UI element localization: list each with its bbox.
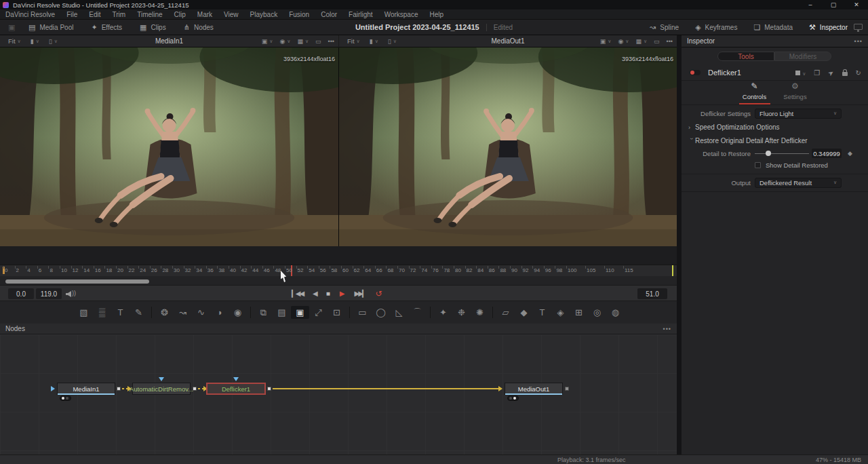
menu-file[interactable]: File <box>66 11 77 18</box>
node-graph[interactable]: MediaIn1 AutomaticDirtRemov... Deflicker… <box>0 334 678 455</box>
node-mediaout1[interactable]: MediaOut1 <box>505 383 563 395</box>
close-button[interactable]: ✕ <box>845 0 868 9</box>
current-frame-field[interactable]: 51.0 <box>637 288 667 299</box>
interface-toggle-icon[interactable]: ▣ <box>8 23 15 32</box>
polygon-mask-icon[interactable]: ◺ <box>390 307 408 317</box>
stop-button[interactable]: ■ <box>326 290 330 297</box>
timeline-ruler[interactable]: 0246810121416182022242628303234363840424… <box>0 265 678 276</box>
lock-icon[interactable] <box>842 72 848 76</box>
left-viewer-guides-dropdown[interactable]: ▦ ∨ <box>297 38 309 45</box>
node-deflicker1[interactable]: Deflicker1 <box>206 383 266 395</box>
deflicker-settings-dropdown[interactable]: Fluoro Light ∨ <box>755 109 842 119</box>
media-pool-button[interactable]: ▤Media Pool <box>28 23 73 32</box>
reset-icon[interactable]: ↻ <box>856 69 861 77</box>
clean-feed-monitor-icon[interactable] <box>854 24 863 30</box>
transform-icon[interactable]: ⊡ <box>328 307 346 317</box>
menu-mark[interactable]: Mark <box>197 11 212 18</box>
menu-fusion[interactable]: Fusion <box>289 11 309 18</box>
menu-timeline[interactable]: Timeline <box>137 11 162 18</box>
left-viewer-roi-dropdown[interactable]: ▣ ∨ <box>262 38 273 45</box>
mediain-thumb-toggle[interactable] <box>60 395 71 401</box>
image-plane-3d-icon[interactable]: ▱ <box>496 307 515 317</box>
metadata-button[interactable]: ❏Metadata <box>753 23 793 32</box>
left-viewer-options-icon[interactable]: ••• <box>328 38 334 45</box>
range-out-field[interactable]: 119.0 <box>36 288 62 299</box>
play-forward-button[interactable]: ▶ <box>340 290 345 297</box>
nodes-button[interactable]: ⋔Nodes <box>184 23 214 32</box>
matte-control-icon[interactable]: ▤ <box>273 307 291 317</box>
renderer-3d-icon[interactable]: ◍ <box>606 307 625 317</box>
mediain-output-square[interactable] <box>117 387 121 391</box>
nodes-options-icon[interactable]: ••• <box>663 326 671 332</box>
pin-icon[interactable]: ➤ <box>827 68 835 77</box>
detail-to-restore-value[interactable]: 0.349999 <box>812 149 842 158</box>
subtab-settings[interactable]: ⚙ Settings <box>780 81 811 104</box>
right-viewer-canvas[interactable]: 3936x2144xfloat16 <box>339 47 677 246</box>
loop-button[interactable]: ↺ <box>376 290 382 298</box>
timeline-scrollbar[interactable] <box>5 279 149 284</box>
particle-render-icon[interactable]: ✺ <box>471 307 489 317</box>
spline-button[interactable]: ↝Spline <box>650 23 679 32</box>
menu-workspace[interactable]: Workspace <box>384 11 418 18</box>
subtab-controls[interactable]: ✎ Controls <box>739 81 770 104</box>
inspector-options-icon[interactable]: ••• <box>854 38 863 45</box>
text-icon[interactable]: T <box>111 307 130 317</box>
right-viewer-lut-dropdown[interactable]: ◉ ∨ <box>618 38 629 45</box>
left-viewer-lut-dropdown[interactable]: ◉ ∨ <box>279 38 290 45</box>
mediaout-thumb-toggle[interactable] <box>507 395 519 401</box>
restore-detail-section[interactable]: › Restore Original Detail After Deflicke… <box>682 137 868 144</box>
tab-tools[interactable]: Tools <box>717 52 774 61</box>
tab-modifiers[interactable]: Modifiers <box>774 52 831 61</box>
blur-icon[interactable]: ◉ <box>229 307 247 317</box>
cube-3d-icon[interactable]: ⊞ <box>570 307 588 317</box>
adr-output-square[interactable] <box>193 387 197 391</box>
go-to-end-button[interactable]: ▶▶▎ <box>355 290 366 297</box>
menu-edit[interactable]: Edit <box>89 11 100 18</box>
node-enable-toggle[interactable] <box>690 70 701 75</box>
ellipse-mask-icon[interactable]: ◯ <box>372 307 390 317</box>
right-viewer-options-icon[interactable]: ••• <box>667 38 673 45</box>
speed-optimization-section[interactable]: › Speed Optimization Options <box>682 123 868 131</box>
fast-noise-icon[interactable]: ▒ <box>93 307 111 317</box>
mediaout-output-square[interactable] <box>565 387 569 391</box>
effects-button[interactable]: ✦Effects <box>91 23 122 32</box>
node-automaticdirtremoval[interactable]: AutomaticDirtRemov... <box>132 383 191 395</box>
go-to-start-button[interactable]: ▎◀◀ <box>292 290 303 297</box>
right-viewer-expand-icon[interactable]: ▭ <box>654 38 660 45</box>
menu-trim[interactable]: Trim <box>113 11 126 18</box>
bspline-mask-icon[interactable]: ⌒ <box>408 307 427 319</box>
particle-merge-icon[interactable]: ❉ <box>452 307 471 317</box>
node-mediain1[interactable]: MediaIn1 <box>57 383 115 395</box>
menu-playback[interactable]: Playback <box>250 11 278 18</box>
menu-color[interactable]: Color <box>321 11 337 18</box>
detail-to-restore-slider[interactable] <box>755 149 809 158</box>
range-in-field[interactable]: 0.0 <box>8 288 34 299</box>
left-viewer-ab-buffer-dropdown[interactable]: ▮ ∨ <box>31 38 39 45</box>
audio-mute-icon[interactable]: )) <box>66 290 77 298</box>
paint-icon[interactable]: ✎ <box>130 307 148 317</box>
hue-curves-icon[interactable]: ∿ <box>192 307 210 317</box>
maximize-button[interactable]: ▢ <box>822 0 845 9</box>
rectangle-mask-icon[interactable]: ▭ <box>353 307 372 317</box>
keyframe-diamond-icon[interactable]: ◆ <box>848 150 852 157</box>
left-viewer-expand-icon[interactable]: ▭ <box>315 38 321 45</box>
right-viewer-zoom-dropdown[interactable]: Fit ∨ <box>347 37 360 45</box>
particle-emitter-icon[interactable]: ✦ <box>434 307 452 317</box>
resize-icon[interactable]: ⤢ <box>309 307 328 318</box>
left-viewer-zoom-dropdown[interactable]: Fit ∨ <box>8 37 21 45</box>
slider-knob[interactable] <box>766 151 771 156</box>
color-tool-icon[interactable]: ▣ <box>291 306 309 319</box>
menu-davinci-resolve[interactable]: DaVinci Resolve <box>5 11 55 18</box>
right-viewer-roi-dropdown[interactable]: ▣ ∨ <box>600 38 612 45</box>
minimize-button[interactable]: – <box>799 0 822 9</box>
merge-icon[interactable]: ⧉ <box>254 307 273 318</box>
menu-view[interactable]: View <box>224 11 239 18</box>
node-color-swatch-dropdown[interactable]: ∨ <box>795 69 806 77</box>
show-detail-restored-checkbox[interactable] <box>755 162 761 168</box>
versions-icon[interactable]: ❐ <box>814 69 820 77</box>
brightness-contrast-icon[interactable]: ◑ <box>210 307 229 317</box>
left-viewer-channel-dropdown[interactable]: ▯ ∨ <box>49 38 58 45</box>
right-viewer-ab-buffer-dropdown[interactable]: ▮ ∨ <box>370 38 378 45</box>
merge-3d-icon[interactable]: ◈ <box>551 307 570 317</box>
menu-clip[interactable]: Clip <box>174 11 186 18</box>
